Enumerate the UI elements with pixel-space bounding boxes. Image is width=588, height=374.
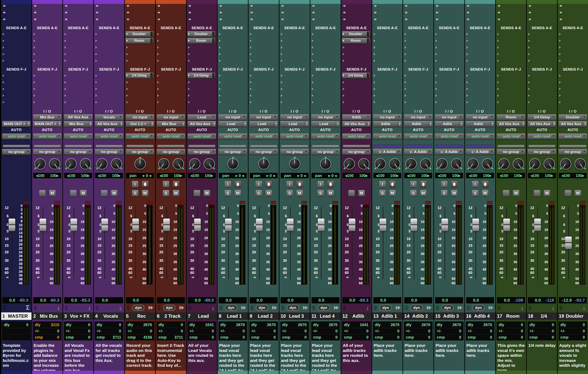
send-slot[interactable] [1, 73, 32, 79]
insert-slot[interactable] [3, 5, 5, 7]
output-window-icon[interactable] [398, 121, 401, 127]
send-slot[interactable] [218, 58, 248, 64]
automation-mode-selector[interactable]: auto read [404, 133, 432, 139]
send-slot[interactable] [63, 38, 93, 44]
pan-knob-left[interactable] [529, 158, 540, 170]
meter-clip-leds[interactable] [54, 201, 60, 204]
send-slot[interactable] [218, 99, 248, 105]
group-selector[interactable]: c: A Adlib [466, 149, 494, 155]
track-height-arrows[interactable] [95, 305, 99, 310]
send-button[interactable]: Room [188, 38, 215, 43]
track-comment[interactable]: Record your audio on this track and drag… [125, 341, 155, 371]
insert-slot[interactable] [281, 5, 284, 7]
output-window-icon[interactable] [57, 121, 62, 127]
send-slot[interactable] [187, 86, 217, 92]
insert-slot[interactable] [3, 12, 5, 13]
send-slot[interactable] [156, 45, 186, 51]
send-slot[interactable] [218, 45, 248, 51]
solo-button[interactable]: S [503, 190, 509, 196]
output-window-icon[interactable] [521, 121, 525, 127]
fader-handle[interactable] [410, 219, 417, 231]
send-slot[interactable] [63, 31, 93, 37]
fader-handle[interactable] [565, 237, 572, 249]
pan-knob[interactable] [135, 158, 146, 170]
input-monitor-button[interactable]: I [256, 181, 262, 187]
send-slot[interactable]: Room [125, 38, 155, 44]
send-slot[interactable]: Room [187, 38, 217, 44]
send-slot[interactable] [496, 93, 526, 99]
insert-slot[interactable] [343, 5, 346, 7]
solo-button[interactable]: S [379, 190, 386, 196]
send-button[interactable]: Doubler [188, 31, 215, 37]
send-slot[interactable] [279, 86, 310, 92]
track-comment[interactable]: Place your lead vocal tracks here and th… [279, 341, 310, 371]
automation-mode-selector[interactable]: auto read [33, 133, 62, 139]
solo-button[interactable]: S [225, 190, 231, 196]
dyn-button[interactable]: dyn [472, 305, 484, 311]
send-slot[interactable] [32, 73, 63, 79]
meter-clip-leds[interactable] [580, 201, 585, 204]
input-selector[interactable]: no input [250, 114, 278, 120]
automation-mode-selector[interactable]: auto read [2, 133, 31, 139]
delay-compensation-box[interactable]: dly3115+/-0cmp0 [33, 321, 62, 341]
volume-display[interactable]: 0.0 [250, 297, 278, 303]
insert-slot[interactable] [529, 12, 531, 13]
output-window-icon[interactable] [367, 121, 371, 127]
pan-knob-right[interactable] [420, 158, 431, 170]
solo-button[interactable]: S [163, 190, 169, 196]
send-slot[interactable] [558, 51, 588, 57]
mute-button[interactable]: M [111, 190, 117, 196]
send-slot[interactable] [1, 58, 32, 64]
track-name-row[interactable]: 181/4 [527, 313, 557, 320]
send-slot[interactable] [403, 79, 433, 85]
insert-slot[interactable] [405, 12, 407, 13]
volume-display[interactable]: 0.0-89.3 [342, 297, 370, 303]
send-slot[interactable]: Doubler [187, 31, 217, 37]
send-slot[interactable] [249, 45, 279, 51]
output-window-icon[interactable] [583, 121, 587, 127]
send-slot[interactable] [310, 31, 341, 37]
track-name-row[interactable]: 13Adlib 1 [372, 313, 402, 320]
input-selector[interactable]: no input [435, 114, 463, 120]
send-slot[interactable] [1, 99, 32, 105]
send-slot[interactable] [249, 58, 279, 64]
send-slot[interactable] [32, 86, 63, 92]
send-slot[interactable] [403, 51, 433, 57]
solo-button[interactable]: S [101, 190, 107, 196]
automation-mode-selector[interactable]: auto read [250, 133, 278, 139]
track-height-arrows[interactable] [436, 305, 439, 310]
output-selector[interactable]: All Vox Aux [528, 121, 556, 127]
pan-value-display[interactable]: ◂100100▸ [404, 173, 432, 178]
send-slot[interactable] [310, 86, 341, 92]
send-slot[interactable] [63, 86, 93, 92]
solo-button[interactable]: S [565, 190, 571, 196]
insert-slot[interactable] [220, 19, 222, 20]
send-slot[interactable] [496, 73, 526, 79]
pan-value-display[interactable]: ◂100100▸ [435, 173, 463, 178]
pan-knob-right[interactable] [49, 158, 60, 170]
mute-button[interactable]: M [358, 190, 365, 196]
input-selector[interactable]: no input [373, 114, 401, 120]
send-slot[interactable] [465, 93, 495, 99]
send-slot[interactable] [279, 99, 310, 105]
send-slot[interactable] [434, 99, 464, 105]
send-slot[interactable] [156, 79, 186, 85]
send-slot[interactable] [218, 38, 248, 44]
output-selector[interactable]: Lead [219, 121, 247, 127]
insert-slot[interactable] [467, 19, 469, 20]
send-slot[interactable] [218, 51, 248, 57]
meter-clip-leds[interactable] [178, 201, 183, 204]
output-selector[interactable]: Adlib [466, 121, 494, 127]
insert-slot[interactable] [220, 12, 222, 13]
send-slot[interactable] [527, 51, 557, 57]
automation-mode-selector[interactable]: auto read [64, 133, 92, 139]
insert-slot[interactable] [498, 12, 500, 13]
insert-slot[interactable] [343, 19, 346, 20]
send-slot[interactable] [218, 86, 248, 92]
record-arm-button[interactable] [296, 181, 303, 187]
output-window-icon[interactable] [181, 121, 185, 127]
output-window-icon[interactable] [26, 121, 31, 127]
track-height-arrows[interactable] [157, 305, 161, 310]
fader-handle[interactable] [349, 219, 355, 231]
pan-value-display[interactable]: pan▸ 0 ◂ [281, 173, 309, 178]
